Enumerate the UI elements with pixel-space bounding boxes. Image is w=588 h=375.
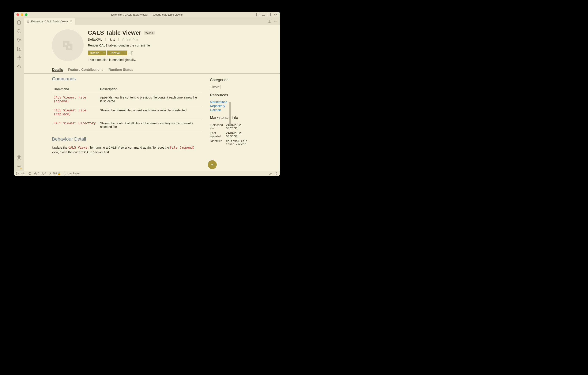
updated-value: 24/04/2022, 08:30:58	[226, 131, 252, 138]
description-col-header: Description	[98, 85, 201, 93]
window-title: Extension: CALS Table Viewer — vscode-ca…	[111, 13, 183, 16]
identifier-label: Identifier	[210, 139, 226, 146]
problems-status[interactable]: 0 0	[34, 172, 46, 175]
window: Extension: CALS Table Viewer — vscode-ca…	[14, 12, 280, 176]
error-icon	[34, 172, 37, 175]
extension-meta: CALS Table Viewer v0.0.3 DeltaXML | 1 | …	[88, 29, 276, 62]
scroll-to-top-button[interactable]	[208, 160, 217, 169]
extension-settings-button[interactable]	[129, 51, 133, 55]
run-debug-icon[interactable]	[16, 46, 21, 52]
svg-rect-9	[276, 15, 277, 16]
layout-secondary-icon[interactable]	[268, 13, 271, 16]
notifications-status[interactable]	[275, 172, 278, 175]
share-icon[interactable]	[16, 64, 21, 69]
close-tab-button[interactable]	[69, 20, 73, 23]
svg-rect-5	[270, 13, 271, 16]
main-area: Extension: CALS Table Viewer	[14, 18, 280, 171]
svg-point-48	[270, 173, 271, 174]
install-count: 1	[109, 38, 115, 41]
extension-name: CALS Table Viewer	[88, 29, 141, 36]
license-link[interactable]: License	[210, 108, 252, 112]
extensions-icon[interactable]	[16, 55, 21, 60]
extension-description: Render CALS tables found in the current …	[88, 44, 276, 47]
extension-header: CALS Table Viewer v0.0.3 DeltaXML | 1 | …	[24, 25, 280, 66]
editor-tab[interactable]: Extension: CALS Table Viewer	[24, 18, 75, 25]
download-icon	[109, 38, 112, 41]
repository-link[interactable]: Repository	[210, 104, 252, 108]
layout-panel-icon[interactable]	[262, 13, 265, 16]
editor-area: Extension: CALS Table Viewer	[24, 18, 280, 171]
svg-line-11	[20, 32, 21, 33]
svg-point-38	[131, 52, 132, 54]
tab-runtime-status[interactable]: Runtime Status	[109, 68, 133, 73]
layout-primary-icon[interactable]	[256, 13, 259, 16]
marketplace-link[interactable]: Marketplace	[210, 100, 252, 104]
accounts-icon[interactable]	[16, 155, 21, 160]
resources-heading: Resources	[210, 93, 252, 98]
released-label: Released on	[210, 123, 226, 131]
tab-label: Extension: CALS Table Viewer	[31, 20, 68, 23]
tab-bar: Extension: CALS Table Viewer	[24, 18, 280, 25]
file-icon	[27, 20, 30, 23]
disable-button[interactable]: Disable	[88, 51, 101, 55]
tab-bar-actions	[268, 18, 280, 25]
close-window-button[interactable]	[16, 13, 19, 16]
marketplace-info-heading: Marketplace Info	[210, 115, 252, 120]
categories-heading: Categories	[210, 78, 252, 82]
chevron-up-icon	[210, 163, 214, 166]
svg-rect-8	[274, 15, 275, 16]
tab-details[interactable]: Details	[52, 68, 63, 73]
person-icon	[49, 172, 52, 175]
marketplace-info-table: Released on 24/04/2022, 08:26:36 Last up…	[210, 122, 252, 146]
settings-icon[interactable]	[16, 164, 21, 169]
settings-badge	[20, 167, 22, 169]
lock-icon: 🔒	[57, 172, 61, 175]
publisher-link[interactable]: DeltaXML	[88, 38, 102, 41]
details-tabs: Details Feature Contributions Runtime St…	[24, 68, 280, 74]
svg-point-13	[17, 41, 18, 42]
more-actions-icon[interactable]	[274, 20, 278, 23]
extension-actions: Disable Uninstall	[88, 51, 276, 55]
search-icon[interactable]	[16, 29, 21, 34]
bell-icon	[275, 172, 278, 175]
commands-heading: Commands	[52, 76, 201, 82]
feedback-status[interactable]	[269, 172, 272, 175]
commands-table: Command Description CALS Viewer: File (a…	[52, 85, 201, 131]
svg-rect-3	[262, 15, 265, 16]
svg-rect-36	[65, 43, 67, 45]
svg-point-12	[17, 38, 18, 40]
table-row: CALS Viewer: File (append) Appends new f…	[52, 93, 201, 106]
category-tag[interactable]: Other	[210, 85, 221, 89]
tab-feature-contributions[interactable]: Feature Contributions	[68, 68, 103, 73]
details-body: Commands Command Description CALS Vie	[24, 74, 280, 159]
svg-rect-23	[27, 20, 29, 23]
layout-customize-icon[interactable]	[274, 13, 278, 16]
split-editor-icon[interactable]	[268, 20, 271, 23]
user-status[interactable]: Phil 🔒	[49, 172, 61, 175]
explorer-icon[interactable]	[16, 20, 21, 25]
branch-status[interactable]: main	[16, 172, 25, 175]
svg-point-32	[276, 21, 276, 22]
uninstall-dropdown[interactable]	[122, 51, 127, 55]
live-share-status[interactable]: Live Share	[63, 172, 79, 175]
minimize-window-button[interactable]	[21, 13, 23, 16]
titlebar-actions	[256, 13, 278, 16]
uninstall-button[interactable]: Uninstall	[107, 51, 122, 55]
svg-rect-18	[19, 58, 21, 60]
scrollbar-thumb[interactable]	[229, 102, 231, 126]
maximize-window-button[interactable]	[25, 13, 27, 16]
svg-point-47	[50, 173, 51, 174]
branch-icon	[16, 172, 19, 175]
extension-sidebar: Categories Other Resources Marketplace R…	[210, 74, 252, 155]
source-control-icon[interactable]	[16, 38, 21, 43]
sync-status[interactable]	[28, 172, 31, 175]
sync-icon	[28, 172, 31, 175]
svg-point-15	[19, 49, 21, 51]
table-row: CALS Viewer: Directory Shows the content…	[52, 119, 201, 131]
disable-dropdown[interactable]	[101, 51, 106, 55]
activity-bar	[14, 18, 24, 171]
titlebar: Extension: CALS Table Viewer — vscode-ca…	[14, 12, 280, 18]
svg-point-14	[20, 40, 21, 41]
rating-stars[interactable]: ☆☆☆☆☆	[122, 37, 139, 41]
behavior-text: Update the CALS Viewer by running a CALS…	[52, 145, 201, 155]
